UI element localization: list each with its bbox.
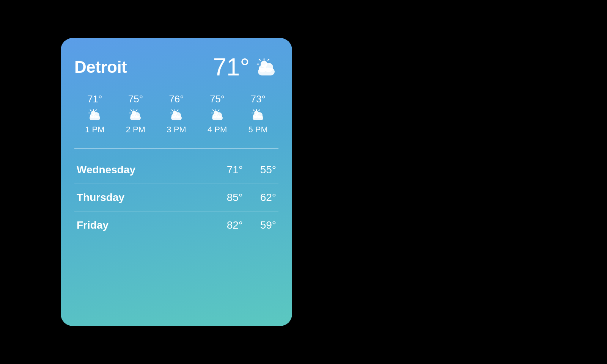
day-low-thursday: 62° [253, 191, 276, 204]
svg-line-41 [171, 110, 172, 111]
daily-list: Wednesday 71° 55° Thursday 85° 62° Frida… [74, 156, 278, 239]
day-low-wednesday: 55° [253, 164, 276, 176]
svg-line-29 [131, 110, 132, 111]
hour-label-3pm: 3 PM [167, 125, 186, 135]
svg-point-23 [93, 112, 99, 118]
hour-temp-2pm: 75° [128, 93, 143, 105]
day-name-wednesday: Wednesday [77, 164, 220, 176]
hour-item-1pm: 71° 1 PM [74, 93, 115, 135]
day-temps-thursday: 85° 62° [220, 191, 276, 204]
hour-icon-1pm [87, 109, 102, 121]
svg-line-17 [90, 110, 91, 111]
day-low-friday: 59° [253, 219, 276, 231]
hour-label-4pm: 4 PM [208, 125, 227, 135]
svg-line-7 [268, 59, 269, 60]
city-name: Detroit [74, 58, 127, 77]
svg-point-11 [264, 63, 273, 72]
weather-card: Detroit 71° 71° [61, 38, 292, 326]
hour-item-2pm: 75° 2 PM [115, 93, 156, 135]
svg-line-55 [218, 110, 219, 111]
svg-line-53 [212, 110, 213, 111]
current-temperature: 71° [213, 53, 250, 81]
svg-line-43 [177, 110, 178, 111]
header-row: Detroit 71° [74, 53, 278, 81]
hour-item-5pm: 73° 5 PM [237, 93, 278, 135]
svg-line-19 [96, 110, 96, 111]
day-name-friday: Friday [77, 219, 220, 231]
hour-temp-1pm: 71° [87, 93, 102, 105]
hourly-row: 71° 1 PM 75° [74, 93, 278, 135]
day-temps-friday: 82° 59° [220, 219, 276, 231]
day-name-thursday: Thursday [77, 191, 220, 204]
hour-item-4pm: 75° 4 PM [197, 93, 238, 135]
day-high-wednesday: 71° [220, 164, 243, 176]
svg-point-47 [175, 112, 181, 118]
hour-icon-3pm [169, 109, 184, 121]
current-weather-icon [254, 57, 278, 77]
section-divider [74, 148, 278, 149]
day-high-thursday: 85° [220, 191, 243, 204]
day-temps-wednesday: 71° 55° [220, 164, 276, 176]
svg-line-5 [259, 59, 260, 60]
day-row-friday: Friday 82° 59° [74, 212, 278, 239]
svg-line-67 [259, 110, 259, 111]
day-row-wednesday: Wednesday 71° 55° [74, 156, 278, 184]
hour-icon-2pm [128, 109, 143, 121]
svg-point-71 [256, 112, 263, 118]
hour-label-2pm: 2 PM [126, 125, 145, 135]
hour-icon-4pm [210, 109, 225, 121]
hour-label-1pm: 1 PM [85, 125, 104, 135]
hour-temp-4pm: 75° [210, 93, 225, 105]
current-temp-icon-group: 71° [213, 53, 278, 81]
hour-icon-5pm [250, 109, 266, 121]
svg-point-59 [216, 112, 222, 118]
hour-item-3pm: 76° 3 PM [156, 93, 197, 135]
hour-label-5pm: 5 PM [248, 125, 267, 135]
day-row-thursday: Thursday 85° 62° [74, 184, 278, 212]
svg-point-35 [134, 112, 140, 118]
hour-temp-3pm: 76° [169, 93, 184, 105]
hour-temp-5pm: 73° [251, 93, 266, 105]
day-high-friday: 82° [220, 219, 243, 231]
svg-line-31 [137, 110, 137, 111]
svg-line-65 [253, 110, 254, 111]
